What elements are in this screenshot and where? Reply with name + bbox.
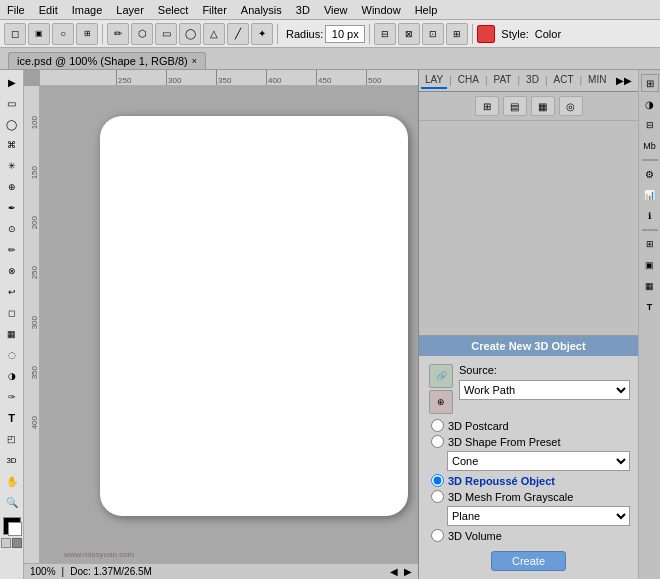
panel-tab-3d[interactable]: 3D [522, 72, 543, 89]
panel-tab-lay[interactable]: LAY [421, 72, 447, 89]
toolbar-add-btn[interactable]: ▣ [28, 23, 50, 45]
tool-3d[interactable]: 3D [2, 450, 22, 470]
menu-analysis[interactable]: Analysis [234, 2, 289, 18]
toolbar-align4[interactable]: ⊞ [446, 23, 468, 45]
menu-layer[interactable]: Layer [109, 2, 151, 18]
canvas-inner[interactable]: www.missyuan.com [40, 86, 418, 563]
radio-shape-preset-row[interactable]: 3D Shape From Preset [431, 435, 630, 448]
preset-select[interactable]: Cone [447, 451, 630, 471]
menu-window[interactable]: Window [355, 2, 408, 18]
menu-select[interactable]: Select [151, 2, 196, 18]
normal-mode-icon[interactable] [1, 538, 11, 548]
nav-prev[interactable]: ◀ [390, 566, 398, 577]
radio-mesh-row[interactable]: 3D Mesh From Grayscale [431, 490, 630, 503]
toolbar-poly-btn[interactable]: △ [203, 23, 225, 45]
tool-gradient[interactable]: ▦ [2, 324, 22, 344]
radio-reposse[interactable] [431, 474, 444, 487]
tool-pen[interactable]: ✑ [2, 387, 22, 407]
far-right-chart[interactable]: 📊 [641, 186, 659, 204]
toolbar-align3[interactable]: ⊡ [422, 23, 444, 45]
panel-tab-cha[interactable]: CHA [454, 72, 483, 89]
radio-volume[interactable] [431, 529, 444, 542]
tool-history-brush[interactable]: ↩ [2, 282, 22, 302]
foreground-color[interactable] [3, 517, 21, 535]
watermark: www.missyuan.com [64, 550, 134, 559]
menu-3d[interactable]: 3D [289, 2, 317, 18]
toolbar-line-btn[interactable]: ╱ [227, 23, 249, 45]
radius-input[interactable] [325, 25, 365, 43]
toolbar-align2[interactable]: ⊠ [398, 23, 420, 45]
tool-brush[interactable]: ✏ [2, 240, 22, 260]
tool-arrow[interactable]: ▶ [2, 72, 22, 92]
panel-expand-btn[interactable]: ▶▶ [614, 75, 634, 86]
toolbar-mode-btn[interactable]: ◻ [4, 23, 26, 45]
radio-postcard-row[interactable]: 3D Postcard [431, 419, 630, 432]
source-select[interactable]: Work Path [459, 380, 630, 400]
far-right-info[interactable]: ℹ [641, 207, 659, 225]
radio-volume-row[interactable]: 3D Volume [431, 529, 630, 542]
zoom-display: 100% [30, 566, 56, 577]
panel-icon-light[interactable]: ◎ [559, 96, 583, 116]
far-right-text[interactable]: Mb [641, 137, 659, 155]
nav-next[interactable]: ▶ [404, 566, 412, 577]
panel-tab-min[interactable]: MIN [584, 72, 610, 89]
far-right-panel6[interactable]: ▦ [641, 277, 659, 295]
create-button[interactable]: Create [491, 551, 566, 571]
far-right-transform[interactable]: ⊟ [641, 116, 659, 134]
menu-file[interactable]: File [0, 2, 32, 18]
menu-edit[interactable]: Edit [32, 2, 65, 18]
toolbar-new-btn[interactable]: ⊞ [76, 23, 98, 45]
far-right-grid[interactable]: ⊞ [641, 235, 659, 253]
panel-scroll-area[interactable] [419, 121, 638, 335]
radio-reposse-row[interactable]: 3D Repoussé Object [431, 474, 630, 487]
document-tab[interactable]: ice.psd @ 100% (Shape 1, RGB/8) × [8, 52, 206, 69]
far-right-gear[interactable]: ⚙ [641, 165, 659, 183]
far-right-adjust[interactable]: ◑ [641, 95, 659, 113]
radio-mesh[interactable] [431, 490, 444, 503]
far-right-panel5[interactable]: ▣ [641, 256, 659, 274]
tool-marquee-ellipse[interactable]: ◯ [2, 114, 22, 134]
menu-image[interactable]: Image [65, 2, 110, 18]
tool-magic-wand[interactable]: ✳ [2, 156, 22, 176]
tool-crop[interactable]: ⊕ [2, 177, 22, 197]
panel-tab-pat[interactable]: PAT [490, 72, 516, 89]
menu-filter[interactable]: Filter [195, 2, 233, 18]
tool-shape[interactable]: ◰ [2, 429, 22, 449]
panel-icon-table[interactable]: ▦ [531, 96, 555, 116]
menu-help[interactable]: Help [408, 2, 445, 18]
tool-blur[interactable]: ◌ [2, 345, 22, 365]
tool-eyedropper[interactable]: ✒ [2, 198, 22, 218]
panel-tab-act[interactable]: ACT [550, 72, 578, 89]
far-right-layers[interactable]: ⊞ [641, 74, 659, 92]
toolbar-path-btn[interactable]: ✏ [107, 23, 129, 45]
tool-text[interactable]: T [2, 408, 22, 428]
mask-mode-icon[interactable] [12, 538, 22, 548]
tool-spot-heal[interactable]: ⊙ [2, 219, 22, 239]
tool-eraser[interactable]: ◻ [2, 303, 22, 323]
tool-clone[interactable]: ⊗ [2, 261, 22, 281]
toolbar-align1[interactable]: ⊟ [374, 23, 396, 45]
background-color[interactable] [8, 522, 22, 536]
tool-zoom[interactable]: 🔍 [2, 492, 22, 512]
tool-dodge[interactable]: ◑ [2, 366, 22, 386]
toolbar-style-icon[interactable] [477, 25, 495, 43]
toolbar-sub-btn[interactable]: ○ [52, 23, 74, 45]
toolbar-pen-btn[interactable]: ⬡ [131, 23, 153, 45]
radio-postcard[interactable] [431, 419, 444, 432]
radio-shape-preset[interactable] [431, 435, 444, 448]
menu-view[interactable]: View [317, 2, 355, 18]
toolbar-rect-btn[interactable]: ▭ [155, 23, 177, 45]
toolbar-ellipse-btn[interactable]: ◯ [179, 23, 201, 45]
panel-icon-layers[interactable]: ⊞ [475, 96, 499, 116]
status-sep: | [62, 566, 65, 577]
tool-lasso[interactable]: ⌘ [2, 135, 22, 155]
tab-close-btn[interactable]: × [192, 56, 197, 66]
mesh-select[interactable]: Plane [447, 506, 630, 526]
panel-tabs: LAY | CHA | PAT | 3D | ACT | MIN ▶▶ ≡ [419, 70, 638, 92]
preset-select-row: Cone [431, 451, 630, 471]
tool-hand[interactable]: ✋ [2, 471, 22, 491]
far-right-text2[interactable]: T [641, 298, 659, 316]
panel-icon-channels[interactable]: ▤ [503, 96, 527, 116]
tool-marquee-rect[interactable]: ▭ [2, 93, 22, 113]
toolbar-custom-btn[interactable]: ✦ [251, 23, 273, 45]
